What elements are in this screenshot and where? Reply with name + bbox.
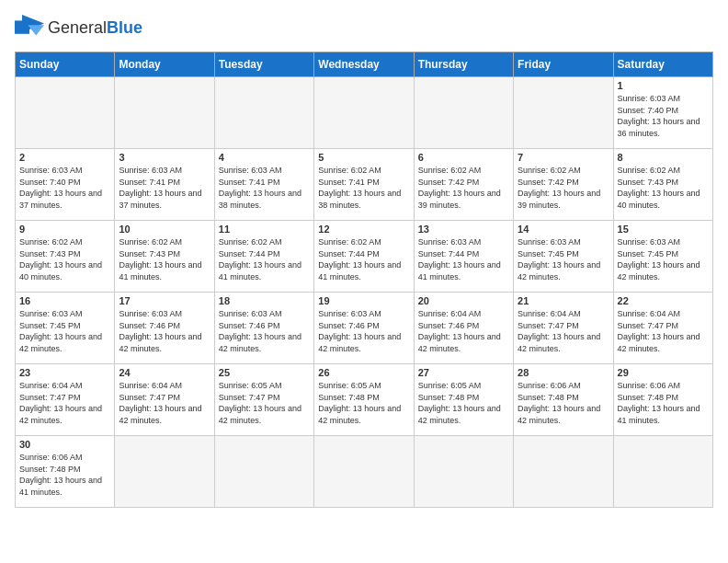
cell-info: Sunrise: 6:02 AM Sunset: 7:43 PM Dayligh… [618,165,709,211]
week-row-4: 16Sunrise: 6:03 AM Sunset: 7:45 PM Dayli… [16,293,713,364]
weekday-header-monday: Monday [115,52,214,77]
calendar-cell [16,77,115,149]
logo: GeneralBlue [15,15,142,40]
day-number: 14 [518,224,609,235]
calendar-cell: 25Sunrise: 6:05 AM Sunset: 7:47 PM Dayli… [214,364,313,436]
calendar-cell: 10Sunrise: 6:02 AM Sunset: 7:43 PM Dayli… [115,221,214,293]
day-number: 18 [219,295,310,306]
calendar-cell: 5Sunrise: 6:02 AM Sunset: 7:41 PM Daylig… [314,149,414,221]
calendar-cell: 4Sunrise: 6:03 AM Sunset: 7:41 PM Daylig… [214,149,313,221]
cell-info: Sunrise: 6:03 AM Sunset: 7:41 PM Dayligh… [119,165,210,211]
cell-info: Sunrise: 6:05 AM Sunset: 7:48 PM Dayligh… [318,380,409,426]
calendar-cell: 16Sunrise: 6:03 AM Sunset: 7:45 PM Dayli… [16,293,115,364]
cell-info: Sunrise: 6:03 AM Sunset: 7:44 PM Dayligh… [418,236,509,282]
day-number: 20 [418,295,509,306]
calendar-cell: 19Sunrise: 6:03 AM Sunset: 7:46 PM Dayli… [314,293,414,364]
day-number: 1 [618,80,709,91]
cell-info: Sunrise: 6:02 AM Sunset: 7:43 PM Dayligh… [119,236,210,282]
day-number: 3 [119,152,210,163]
calendar-cell: 8Sunrise: 6:02 AM Sunset: 7:43 PM Daylig… [613,149,712,221]
calendar-cell: 14Sunrise: 6:03 AM Sunset: 7:45 PM Dayli… [514,221,613,293]
day-number: 17 [119,295,210,306]
week-row-1: 1Sunrise: 6:03 AM Sunset: 7:40 PM Daylig… [16,77,713,149]
calendar-cell: 6Sunrise: 6:02 AM Sunset: 7:42 PM Daylig… [414,149,513,221]
calendar-cell [414,436,513,508]
cell-info: Sunrise: 6:04 AM Sunset: 7:47 PM Dayligh… [518,308,609,354]
week-row-3: 9Sunrise: 6:02 AM Sunset: 7:43 PM Daylig… [16,221,713,293]
day-number: 15 [618,224,709,235]
calendar-cell: 29Sunrise: 6:06 AM Sunset: 7:48 PM Dayli… [613,364,712,436]
calendar-cell: 17Sunrise: 6:03 AM Sunset: 7:46 PM Dayli… [115,293,214,364]
calendar-cell: 2Sunrise: 6:03 AM Sunset: 7:40 PM Daylig… [16,149,115,221]
calendar-cell: 26Sunrise: 6:05 AM Sunset: 7:48 PM Dayli… [314,364,414,436]
cell-info: Sunrise: 6:03 AM Sunset: 7:46 PM Dayligh… [119,308,210,354]
day-number: 4 [219,152,310,163]
cell-info: Sunrise: 6:03 AM Sunset: 7:41 PM Dayligh… [219,165,310,211]
cell-info: Sunrise: 6:04 AM Sunset: 7:46 PM Dayligh… [418,308,509,354]
calendar-cell: 18Sunrise: 6:03 AM Sunset: 7:46 PM Dayli… [214,293,313,364]
calendar-cell: 22Sunrise: 6:04 AM Sunset: 7:47 PM Dayli… [613,293,712,364]
cell-info: Sunrise: 6:03 AM Sunset: 7:46 PM Dayligh… [318,308,409,354]
weekday-header-saturday: Saturday [613,52,712,77]
calendar-cell: 21Sunrise: 6:04 AM Sunset: 7:47 PM Dayli… [514,293,613,364]
cell-info: Sunrise: 6:03 AM Sunset: 7:40 PM Dayligh… [19,165,110,211]
cell-info: Sunrise: 6:02 AM Sunset: 7:42 PM Dayligh… [518,165,609,211]
calendar-cell: 7Sunrise: 6:02 AM Sunset: 7:42 PM Daylig… [514,149,613,221]
logo-icon [15,15,44,40]
day-number: 19 [318,295,409,306]
day-number: 6 [418,152,509,163]
cell-info: Sunrise: 6:02 AM Sunset: 7:44 PM Dayligh… [318,236,409,282]
cell-info: Sunrise: 6:04 AM Sunset: 7:47 PM Dayligh… [119,380,210,426]
calendar-cell [214,436,313,508]
calendar-cell [514,77,613,149]
cell-info: Sunrise: 6:02 AM Sunset: 7:41 PM Dayligh… [318,165,409,211]
day-number: 25 [219,367,310,378]
day-number: 22 [618,295,709,306]
cell-info: Sunrise: 6:03 AM Sunset: 7:45 PM Dayligh… [19,308,110,354]
day-number: 27 [418,367,509,378]
cell-info: Sunrise: 6:03 AM Sunset: 7:40 PM Dayligh… [618,93,709,139]
cell-info: Sunrise: 6:03 AM Sunset: 7:45 PM Dayligh… [518,236,609,282]
day-number: 10 [119,224,210,235]
day-number: 11 [219,224,310,235]
cell-info: Sunrise: 6:03 AM Sunset: 7:45 PM Dayligh… [618,236,709,282]
day-number: 9 [19,224,110,235]
calendar-cell: 3Sunrise: 6:03 AM Sunset: 7:41 PM Daylig… [115,149,214,221]
calendar-table: SundayMondayTuesdayWednesdayThursdayFrid… [15,52,713,508]
day-number: 16 [19,295,110,306]
weekday-header-sunday: Sunday [16,52,115,77]
cell-info: Sunrise: 6:06 AM Sunset: 7:48 PM Dayligh… [618,380,709,426]
cell-info: Sunrise: 6:04 AM Sunset: 7:47 PM Dayligh… [618,308,709,354]
day-number: 26 [318,367,409,378]
calendar-cell [613,436,712,508]
weekday-header-thursday: Thursday [414,52,513,77]
day-number: 12 [318,224,409,235]
calendar-cell: 24Sunrise: 6:04 AM Sunset: 7:47 PM Dayli… [115,364,214,436]
week-row-5: 23Sunrise: 6:04 AM Sunset: 7:47 PM Dayli… [16,364,713,436]
day-number: 5 [318,152,409,163]
cell-info: Sunrise: 6:02 AM Sunset: 7:44 PM Dayligh… [219,236,310,282]
weekday-header-tuesday: Tuesday [214,52,313,77]
cell-info: Sunrise: 6:05 AM Sunset: 7:48 PM Dayligh… [418,380,509,426]
cell-info: Sunrise: 6:03 AM Sunset: 7:46 PM Dayligh… [219,308,310,354]
weekday-header-row: SundayMondayTuesdayWednesdayThursdayFrid… [16,52,713,77]
cell-info: Sunrise: 6:04 AM Sunset: 7:47 PM Dayligh… [19,380,110,426]
cell-info: Sunrise: 6:06 AM Sunset: 7:48 PM Dayligh… [19,452,110,498]
day-number: 23 [19,367,110,378]
day-number: 24 [119,367,210,378]
cell-info: Sunrise: 6:02 AM Sunset: 7:42 PM Dayligh… [418,165,509,211]
calendar-cell [314,436,414,508]
calendar-cell [414,77,513,149]
calendar-cell [115,77,214,149]
calendar-cell: 12Sunrise: 6:02 AM Sunset: 7:44 PM Dayli… [314,221,414,293]
calendar-cell: 27Sunrise: 6:05 AM Sunset: 7:48 PM Dayli… [414,364,513,436]
cell-info: Sunrise: 6:06 AM Sunset: 7:48 PM Dayligh… [518,380,609,426]
calendar-cell: 11Sunrise: 6:02 AM Sunset: 7:44 PM Dayli… [214,221,313,293]
weekday-header-friday: Friday [514,52,613,77]
calendar-cell: 15Sunrise: 6:03 AM Sunset: 7:45 PM Dayli… [613,221,712,293]
week-row-2: 2Sunrise: 6:03 AM Sunset: 7:40 PM Daylig… [16,149,713,221]
day-number: 21 [518,295,609,306]
logo-text: GeneralBlue [48,18,142,38]
calendar-cell: 30Sunrise: 6:06 AM Sunset: 7:48 PM Dayli… [16,436,115,508]
calendar-cell: 9Sunrise: 6:02 AM Sunset: 7:43 PM Daylig… [16,221,115,293]
